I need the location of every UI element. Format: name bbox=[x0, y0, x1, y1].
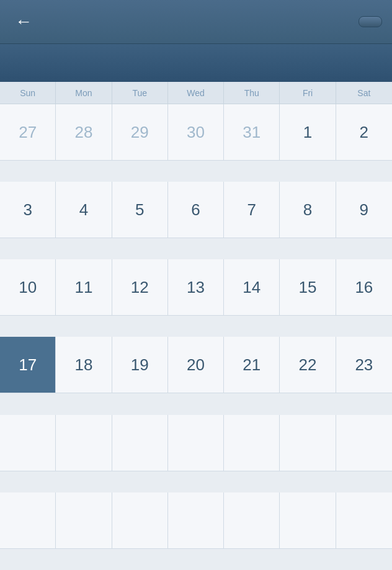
day-number: 12 bbox=[131, 278, 149, 297]
day-number: 3 bbox=[23, 200, 32, 220]
calendar-day bbox=[336, 492, 392, 549]
dow-cell-sun: Sun bbox=[0, 82, 56, 104]
day-number: 8 bbox=[303, 200, 312, 220]
calendar-day[interactable]: 13 bbox=[168, 259, 224, 316]
day-number: 16 bbox=[355, 278, 373, 297]
calendar-day[interactable]: 5 bbox=[112, 182, 168, 238]
day-number: 4 bbox=[79, 200, 88, 220]
calendar-day[interactable]: 17 bbox=[0, 337, 56, 393]
dow-cell-wed: Wed bbox=[168, 82, 224, 104]
calendar-day bbox=[0, 492, 56, 549]
calendar-day[interactable]: 21 bbox=[224, 337, 280, 393]
day-number: 17 bbox=[19, 355, 37, 375]
calendar-wrapper: SunMonTueWedThuFriSat 272829303112345678… bbox=[0, 82, 392, 570]
calendar-day[interactable]: 4 bbox=[56, 182, 112, 238]
calendar-day[interactable]: 22 bbox=[280, 337, 336, 393]
calendar-day bbox=[112, 492, 168, 549]
dow-cell-tue: Tue bbox=[112, 82, 168, 104]
calendar-day bbox=[112, 415, 168, 471]
day-number: 31 bbox=[243, 123, 261, 142]
calendar-day bbox=[168, 492, 224, 549]
month-navigation bbox=[0, 43, 392, 82]
dow-cell-fri: Fri bbox=[280, 82, 336, 104]
day-number: 11 bbox=[74, 278, 92, 297]
calendar-day[interactable]: 12 bbox=[112, 259, 168, 316]
day-number: 9 bbox=[360, 200, 368, 220]
calendar-day[interactable]: 2 bbox=[336, 104, 392, 161]
back-button[interactable]: ← bbox=[10, 8, 37, 35]
calendar-day bbox=[56, 492, 112, 549]
day-number: 14 bbox=[243, 278, 261, 297]
calendar-day[interactable]: 31 bbox=[224, 104, 280, 161]
calendar-day bbox=[280, 415, 336, 471]
day-number: 20 bbox=[187, 355, 205, 375]
day-number: 28 bbox=[74, 123, 92, 142]
calendar-day[interactable]: 29 bbox=[112, 104, 168, 161]
calendar-day[interactable]: 20 bbox=[168, 337, 224, 393]
prev-month-button[interactable] bbox=[12, 52, 35, 74]
calendar-day[interactable]: 1 bbox=[280, 104, 336, 161]
day-number: 19 bbox=[131, 355, 149, 375]
calendar-day bbox=[224, 415, 280, 471]
day-number: 5 bbox=[135, 200, 144, 220]
dow-cell-sat: Sat bbox=[336, 82, 392, 104]
next-month-button[interactable] bbox=[357, 52, 380, 74]
calendar-day[interactable]: 18 bbox=[56, 337, 112, 393]
calendar-day bbox=[168, 415, 224, 471]
calendar-day[interactable]: 16 bbox=[336, 259, 392, 316]
calendar-day[interactable]: 11 bbox=[56, 259, 112, 316]
days-of-week-header: SunMonTueWedThuFriSat bbox=[0, 82, 392, 104]
calendar-day[interactable]: 19 bbox=[112, 337, 168, 393]
day-number: 30 bbox=[187, 123, 205, 142]
calendar-day[interactable]: 8 bbox=[280, 182, 336, 238]
day-number: 1 bbox=[303, 123, 312, 142]
calendar-day bbox=[0, 415, 56, 471]
done-button[interactable] bbox=[359, 16, 382, 27]
header: ← bbox=[0, 0, 392, 43]
day-number: 22 bbox=[299, 355, 317, 375]
calendar-day bbox=[56, 415, 112, 471]
calendar-day[interactable]: 28 bbox=[56, 104, 112, 161]
day-number: 15 bbox=[299, 278, 317, 297]
day-number: 2 bbox=[360, 123, 368, 142]
calendar-day[interactable]: 27 bbox=[0, 104, 56, 161]
day-number: 27 bbox=[19, 123, 37, 142]
day-number: 10 bbox=[19, 278, 37, 297]
calendar-day[interactable]: 23 bbox=[336, 337, 392, 393]
day-number: 21 bbox=[243, 355, 261, 375]
calendar-grid: 2728293031123456789101112131415161718192… bbox=[0, 104, 392, 570]
day-number: 18 bbox=[74, 355, 92, 375]
calendar-day[interactable]: 7 bbox=[224, 182, 280, 238]
dow-cell-thu: Thu bbox=[224, 82, 280, 104]
calendar-day[interactable]: 6 bbox=[168, 182, 224, 238]
calendar-day[interactable]: 30 bbox=[168, 104, 224, 161]
calendar-day[interactable]: 15 bbox=[280, 259, 336, 316]
day-number: 6 bbox=[191, 200, 200, 220]
day-number: 13 bbox=[187, 278, 205, 297]
day-number: 29 bbox=[131, 123, 149, 142]
calendar-day bbox=[224, 492, 280, 549]
calendar-day[interactable]: 3 bbox=[0, 182, 56, 238]
calendar-day[interactable]: 10 bbox=[0, 259, 56, 316]
day-number: 23 bbox=[355, 355, 373, 375]
calendar-day[interactable]: 14 bbox=[224, 259, 280, 316]
calendar-day[interactable]: 9 bbox=[336, 182, 392, 238]
day-number: 7 bbox=[247, 200, 256, 220]
calendar-day bbox=[336, 415, 392, 471]
calendar-day bbox=[280, 492, 336, 549]
dow-cell-mon: Mon bbox=[56, 82, 112, 104]
